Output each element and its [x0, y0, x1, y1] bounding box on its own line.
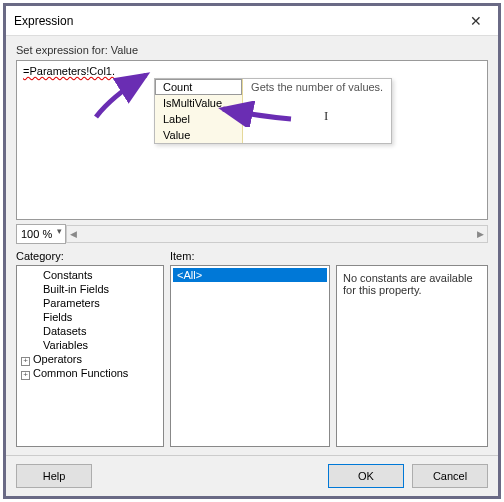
item-label: Item:: [170, 250, 330, 262]
zoom-select-wrap: [16, 224, 66, 244]
dialog-content: Set expression for: Value =Parameters!Co…: [6, 36, 498, 455]
panels-row: Category: Constants Built-in Fields Para…: [16, 250, 488, 447]
intellisense-item-value[interactable]: Value: [155, 127, 242, 143]
scroll-right-icon[interactable]: ▶: [477, 229, 484, 239]
titlebar[interactable]: Expression ✕: [6, 6, 498, 36]
item-panel: Item: <All>: [170, 250, 330, 447]
zoom-row: ◀ ▶: [16, 224, 488, 244]
ok-button[interactable]: OK: [328, 464, 404, 488]
scroll-left-icon[interactable]: ◀: [70, 229, 77, 239]
annotation-arrow-1: [91, 67, 161, 122]
annotation-arrow-2: [217, 101, 295, 127]
item-list[interactable]: <All>: [170, 265, 330, 447]
zoom-select[interactable]: [16, 224, 66, 244]
intellisense-item-count[interactable]: Count: [155, 79, 242, 95]
description-panel: No constants are available for this prop…: [336, 250, 488, 447]
dialog-title: Expression: [14, 14, 73, 28]
cancel-button[interactable]: Cancel: [412, 464, 488, 488]
help-button[interactable]: Help: [16, 464, 92, 488]
list-item-all[interactable]: <All>: [173, 268, 327, 282]
dialog-footer: Help OK Cancel: [6, 455, 498, 496]
horizontal-scrollbar[interactable]: ◀ ▶: [66, 225, 488, 243]
tree-item-datasets[interactable]: Datasets: [19, 324, 161, 338]
intellisense-description: Gets the number of values.: [243, 79, 391, 97]
close-icon[interactable]: ✕: [453, 6, 498, 36]
tree-item-common-functions[interactable]: Common Functions: [19, 366, 161, 380]
description-label: [336, 250, 488, 262]
description-text: No constants are available for this prop…: [339, 268, 485, 300]
tree-item-variables[interactable]: Variables: [19, 338, 161, 352]
text-cursor-icon: I: [324, 108, 328, 124]
tree-item-constants[interactable]: Constants: [19, 268, 161, 282]
description-box: No constants are available for this prop…: [336, 265, 488, 447]
tree-item-fields[interactable]: Fields: [19, 310, 161, 324]
category-panel: Category: Constants Built-in Fields Para…: [16, 250, 164, 447]
category-label: Category:: [16, 250, 164, 262]
set-expression-label: Set expression for: Value: [16, 44, 488, 56]
expression-area: =Parameters!Col1. Count IsMultiValue Lab…: [16, 60, 488, 220]
tree-item-builtin[interactable]: Built-in Fields: [19, 282, 161, 296]
tree-item-parameters[interactable]: Parameters: [19, 296, 161, 310]
expression-dialog: Expression ✕ Set expression for: Value =…: [3, 3, 501, 499]
category-tree[interactable]: Constants Built-in Fields Parameters Fie…: [16, 265, 164, 447]
tree-item-operators[interactable]: Operators: [19, 352, 161, 366]
